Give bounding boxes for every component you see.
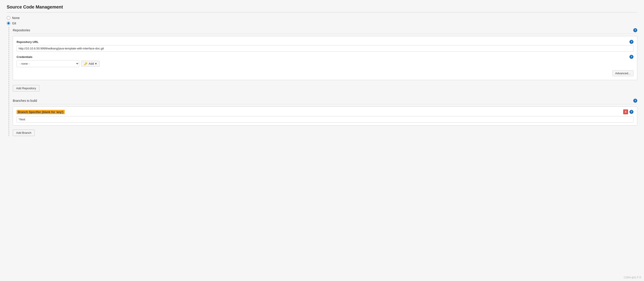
branch-specifier-label: Branch Specifier (blank for 'any') xyxy=(16,110,65,114)
credentials-select[interactable]: - none - xyxy=(16,60,79,67)
watermark: CSDN @孔子乃 xyxy=(624,276,641,279)
add-branch-button[interactable]: Add Branch xyxy=(13,130,35,136)
repository-url-label-row: Repository URL ? xyxy=(16,40,634,44)
delete-branch-button[interactable]: X xyxy=(623,109,628,114)
branch-specifier-help-icon[interactable]: ? xyxy=(630,110,634,114)
branches-help-icon[interactable]: ? xyxy=(633,99,637,103)
credentials-help-icon[interactable]: ? xyxy=(630,55,634,59)
scm-radio-git[interactable] xyxy=(7,21,10,25)
scm-option-git[interactable]: Git xyxy=(7,21,637,25)
repositories-help-icon[interactable]: ? xyxy=(633,28,637,32)
branches-header: Branches to build ? xyxy=(13,97,637,104)
repositories-header: Repositories ? xyxy=(13,27,637,34)
credentials-add-button[interactable]: 🔑 Add ▾ xyxy=(81,61,100,67)
branches-label: Branches to build xyxy=(13,99,37,102)
credentials-row-container: Credentials ? - none - 🔑 Add ▾ xyxy=(16,55,634,67)
advanced-row: Advanced... xyxy=(16,70,634,76)
key-icon: 🔑 xyxy=(84,62,87,65)
repository-url-label: Repository URL xyxy=(16,40,38,44)
repository-url-input[interactable] xyxy=(16,45,634,52)
scm-radio-none[interactable] xyxy=(7,16,10,20)
page-title: Source Code Management xyxy=(7,4,637,12)
credentials-label-row: Credentials ? xyxy=(16,55,634,59)
branches-section: Branches to build ? Branch Specifier (bl… xyxy=(13,97,637,136)
branch-item-header: Branch Specifier (blank for 'any') X ? xyxy=(16,109,634,114)
repository-url-row: Repository URL ? xyxy=(16,40,634,52)
scm-git-label: Git xyxy=(12,21,16,25)
repository-url-help-icon[interactable]: ? xyxy=(630,40,634,44)
branch-specifier-input[interactable] xyxy=(16,116,634,123)
credentials-label: Credentials xyxy=(16,55,32,59)
add-repository-button[interactable]: Add Repository xyxy=(13,85,40,91)
branch-item: Branch Specifier (blank for 'any') X ? xyxy=(13,106,637,125)
repositories-label: Repositories xyxy=(13,28,30,32)
scm-options: None Git xyxy=(7,16,637,25)
credentials-controls: - none - 🔑 Add ▾ xyxy=(16,60,634,67)
advanced-button[interactable]: Advanced... xyxy=(612,70,634,76)
scm-none-label: None xyxy=(12,16,20,20)
git-section: Repositories ? Repository URL ? Credenti… xyxy=(8,27,637,136)
add-button-label: Add xyxy=(89,62,94,65)
repository-box: Repository URL ? Credentials ? - none - … xyxy=(13,36,637,80)
branch-actions: X ? xyxy=(623,109,634,114)
chevron-down-icon: ▾ xyxy=(95,62,97,65)
scm-option-none[interactable]: None xyxy=(7,16,637,20)
